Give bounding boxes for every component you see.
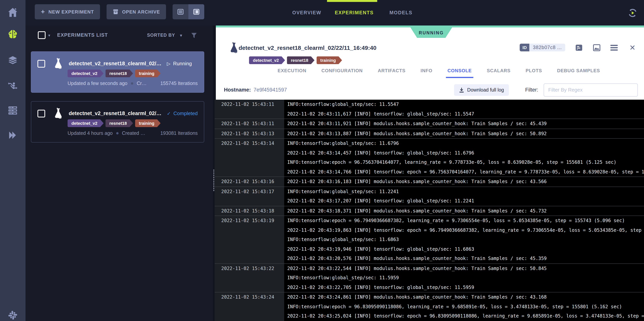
experiments-cards: detectnet_v2_resnet18_clearml_02/…▷Runni… [31, 51, 204, 151]
log-timestamp: 2022-11-02 15:43:14 [215, 139, 284, 177]
tab-scalars[interactable]: SCALARS [487, 66, 510, 77]
details-card-icon[interactable] [575, 44, 583, 52]
select-all-checkbox[interactable] [38, 31, 46, 39]
tag-resnet18[interactable]: resnet18 [106, 70, 133, 77]
console-filter-input[interactable] [544, 83, 638, 96]
detail-header: detectnet_v2_resnet18_clearml_02/22/11_1… [229, 39, 636, 56]
tab-info[interactable]: INFO [421, 66, 432, 77]
separator-dot [116, 132, 118, 134]
log-line: INFO:tensorflow:global_step/sec: 11.6863 [287, 235, 644, 244]
console-row: 2022-11-02 15:43:182022-11-02 20:43:18,3… [215, 206, 644, 216]
experiments-list-title: EXPERIMENTS LIST [57, 33, 108, 38]
tab-artifacts[interactable]: ARTIFACTS [378, 66, 406, 77]
console-log[interactable]: 2022-11-02 15:43:11INFO:tensorflow:globa… [215, 100, 644, 321]
download-label: Download full log [467, 87, 504, 93]
tab-plots[interactable]: PLOTS [526, 66, 542, 77]
table-view-button[interactable] [173, 4, 188, 19]
status-banner: RUNNING [410, 28, 452, 38]
experiment-title: detectnet_v2_resnet18_clearml_02/22/11_1… [238, 44, 376, 51]
tag-resnet18[interactable]: resnet18 [287, 56, 315, 64]
tab-execution[interactable]: EXECUTION [278, 66, 306, 77]
slack-icon[interactable] [8, 310, 18, 320]
log-line: 2022-11-02 20:43:19,863 [INFO] tensorflo… [287, 225, 644, 235]
log-lines: 2022-11-02 20:43:13,887 [INFO] modulus.h… [284, 129, 644, 138]
status-badge: ✓Completed [167, 111, 198, 116]
log-line: 2022-11-02 20:43:25,024 [INFO] tensorflo… [287, 311, 644, 321]
plus-icon: + [41, 9, 45, 15]
log-timestamp: 2022-11-02 15:43:22 [215, 264, 284, 292]
sorted-by-dropdown[interactable]: SORTED BY ▾ [147, 33, 182, 38]
experiment-title: detectnet_v2_resnet18_clearml_02/… [69, 61, 162, 67]
tag-training[interactable]: training [135, 70, 160, 77]
experiments-list-header: ▾ EXPERIMENTS LIST SORTED BY ▾ [26, 29, 213, 41]
tab-console[interactable]: CONSOLE [448, 66, 472, 77]
experiments-list-panel: ▾ EXPERIMENTS LIST SORTED BY ▾ detectnet… [26, 26, 213, 321]
applications-icon[interactable] [7, 130, 18, 140]
log-lines: INFO:tensorflow:global_step/sec: 11.5547… [284, 100, 644, 119]
top-tab-overview[interactable]: OVERVIEW [292, 10, 321, 16]
tag-training[interactable]: training [135, 119, 160, 127]
id-value: 382b07c8 ... [530, 44, 566, 51]
experiment-checkbox[interactable] [38, 60, 45, 67]
auto-refresh-icon[interactable] [628, 8, 638, 18]
projects-brain-icon[interactable] [7, 29, 18, 40]
close-icon[interactable]: ✕ [629, 44, 636, 51]
updated-text: Updated 4 hours ago [68, 131, 113, 136]
debug-image-icon[interactable] [593, 44, 601, 52]
iterations-text: 193081 Iterations [160, 131, 198, 136]
top-tab-models[interactable]: MODELS [390, 10, 412, 16]
tag-training[interactable]: training [316, 56, 342, 64]
filter-icon[interactable] [191, 32, 197, 39]
chevron-down-icon: ▾ [180, 33, 182, 37]
chevron-down-icon[interactable]: ▾ [48, 33, 50, 37]
log-lines: INFO:tensorflow:global_step/sec: 11.6796… [284, 139, 644, 177]
tag-detectnet_v2[interactable]: detectnet_v2 [68, 119, 104, 127]
home-icon[interactable] [7, 7, 18, 17]
log-line: 2022-11-02 20:43:14,457 [INFO] tensorflo… [287, 148, 644, 158]
log-line: 2022-11-02 20:43:13,887 [INFO] modulus.h… [287, 129, 644, 138]
created-text: Cr… [137, 81, 146, 86]
clearml-app: + NEW EXPERIMENT OPEN ARCHIVE OVERVIEWEX… [0, 0, 644, 321]
log-line: INFO:tensorflow:global_step/sec: 11.2241 [287, 187, 644, 196]
log-line: 2022-11-02 20:43:22,544 [INFO] modulus.h… [287, 264, 644, 273]
log-lines: 2022-11-02 20:43:22,544 [INFO] modulus.h… [284, 264, 644, 292]
datasets-layers-icon[interactable] [7, 56, 18, 66]
main-nav-tabs: OVERVIEWEXPERIMENTSMODELS [292, 0, 412, 26]
download-icon [459, 87, 464, 93]
experiment-id-chip[interactable]: ID 382b07c8 ... [520, 44, 566, 51]
status-bar [216, 26, 644, 28]
new-experiment-button[interactable]: + NEW EXPERIMENT [35, 4, 100, 19]
log-lines: INFO:tensorflow:epoch = 96.7949036668738… [284, 216, 644, 263]
created-text: Created … [122, 131, 145, 136]
download-full-log-button[interactable]: Download full log [454, 84, 509, 96]
log-line: INFO:tensorflow:epoch = 96.7949036668738… [287, 216, 644, 225]
console-row: 2022-11-02 15:43:132022-11-02 20:43:13,8… [215, 129, 644, 139]
id-label: ID [520, 44, 530, 51]
tag-detectnet_v2[interactable]: detectnet_v2 [68, 70, 104, 77]
log-line: 2022-11-02 20:43:22,705 [INFO] tensorflo… [287, 282, 644, 292]
split-view-button[interactable] [188, 4, 204, 19]
workers-queues-icon[interactable] [7, 105, 18, 116]
log-line: INFO:tensorflow:global_step/sec: 11.6796 [287, 139, 644, 148]
iterations-text: 155745 Iterations [160, 81, 198, 86]
top-tab-experiments[interactable]: EXPERIMENTS [335, 10, 374, 16]
open-archive-button[interactable]: OPEN ARCHIVE [107, 4, 166, 19]
pipelines-icon[interactable] [7, 81, 18, 91]
log-line: 2022-11-02 20:43:14,766 [INFO] tensorflo… [287, 167, 644, 177]
console-row: 2022-11-02 15:43:11INFO:tensorflow:globa… [215, 100, 644, 119]
updated-text: Updated a few seconds ago [68, 81, 128, 86]
log-line: INFO:tensorflow:global_step/sec: 11.5547 [287, 100, 644, 109]
experiment-card[interactable]: detectnet_v2_resnet18_clearml_02/…✓Compl… [31, 101, 204, 143]
sidebar [0, 0, 26, 321]
console-row: 2022-11-02 15:43:162022-11-02 20:43:16,1… [215, 177, 644, 187]
experiment-tags: detectnet_v2resnet18training [249, 56, 344, 64]
tag-resnet18[interactable]: resnet18 [106, 119, 133, 127]
menu-icon[interactable] [610, 44, 618, 52]
experiment-card[interactable]: detectnet_v2_resnet18_clearml_02/…▷Runni… [31, 51, 204, 93]
log-line: 2022-11-02 20:43:24,861 [INFO] modulus.h… [287, 292, 644, 302]
experiment-tags: detectnet_v2resnet18training [68, 119, 162, 127]
tag-detectnet_v2[interactable]: detectnet_v2 [249, 56, 285, 64]
tab-configuration[interactable]: CONFIGURATION [322, 66, 363, 77]
experiment-checkbox[interactable] [38, 110, 45, 117]
tab-debug-samples[interactable]: DEBUG SAMPLES [557, 66, 600, 77]
